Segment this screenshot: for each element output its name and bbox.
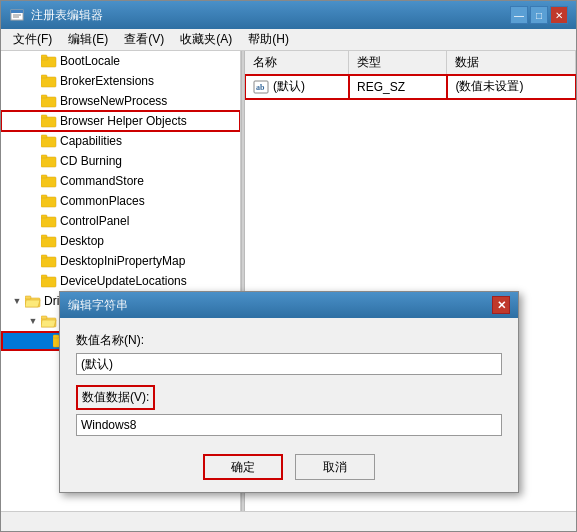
expand-icon [25, 213, 41, 229]
folder-icon [41, 274, 57, 288]
expand-icon [25, 193, 41, 209]
svg-rect-1 [11, 10, 23, 13]
svg-rect-10 [41, 95, 47, 98]
menu-favorites[interactable]: 收藏夹(A) [172, 29, 240, 50]
expand-icon [25, 253, 41, 269]
folder-icon [41, 194, 57, 208]
folder-icon [41, 74, 57, 88]
svg-rect-7 [41, 77, 56, 87]
value-data-input[interactable] [76, 414, 502, 436]
minimize-button[interactable]: — [510, 6, 528, 24]
dialog-title-bar: 编辑字符串 ✕ [60, 292, 518, 318]
svg-rect-9 [41, 97, 56, 107]
svg-rect-12 [41, 115, 47, 118]
tree-item-commonplaces[interactable]: CommonPlaces [1, 191, 240, 211]
table-row[interactable]: ab (默认) REG_SZ (数值未设置) [245, 75, 576, 99]
tree-label: BootLocale [60, 54, 120, 68]
dialog-buttons: 确定 取消 [76, 454, 502, 480]
tree-item-browserhelper[interactable]: Browser Helper Objects [1, 111, 240, 131]
dialog-body: 数值名称(N): 数值数据(V): 确定 取消 [60, 318, 518, 492]
col-data: 数据 [447, 51, 576, 75]
svg-rect-21 [41, 217, 56, 227]
reg-entry-icon: ab [253, 79, 269, 95]
svg-rect-14 [41, 135, 47, 138]
value-name-input[interactable] [76, 353, 502, 375]
folder-open-icon [25, 294, 41, 308]
svg-rect-6 [41, 55, 47, 58]
tree-item-desktopini[interactable]: DesktopIniPropertyMap [1, 251, 240, 271]
tree-item-desktop[interactable]: Desktop [1, 231, 240, 251]
folder-icon [41, 54, 57, 68]
status-bar [1, 511, 576, 531]
svg-text:ab: ab [256, 83, 265, 92]
col-type: 类型 [349, 51, 447, 75]
tree-label: DesktopIniPropertyMap [60, 254, 185, 268]
tree-label: CommandStore [60, 174, 144, 188]
tree-label: BrokerExtensions [60, 74, 154, 88]
tree-item-browsenew[interactable]: BrowseNewProcess [1, 91, 240, 111]
menu-view[interactable]: 查看(V) [116, 29, 172, 50]
svg-rect-22 [41, 215, 47, 218]
expand-c-icon[interactable]: ▼ [25, 313, 41, 329]
cancel-button[interactable]: 取消 [295, 454, 375, 480]
reg-data-cell: (数值未设置) [447, 75, 576, 99]
tree-label: Browser Helper Objects [60, 114, 187, 128]
expand-driveicons-icon[interactable]: ▼ [9, 293, 25, 309]
tree-label: Capabilities [60, 134, 122, 148]
tree-label: CD Burning [60, 154, 122, 168]
svg-rect-16 [41, 155, 47, 158]
folder-icon [41, 234, 57, 248]
title-bar-left: 注册表编辑器 [9, 7, 103, 24]
registry-icon [9, 7, 25, 23]
tree-item-brokerext[interactable]: BrokerExtensions [1, 71, 240, 91]
menu-bar: 文件(F) 编辑(E) 查看(V) 收藏夹(A) 帮助(H) [1, 29, 576, 51]
tree-item-commandstore[interactable]: CommandStore [1, 171, 240, 191]
svg-rect-13 [41, 137, 56, 147]
folder-open-icon [41, 314, 57, 328]
tree-item-controlpanel[interactable]: ControlPanel [1, 211, 240, 231]
dialog-close-button[interactable]: ✕ [492, 296, 510, 314]
confirm-button[interactable]: 确定 [203, 454, 283, 480]
expand-icon [25, 53, 41, 69]
window-close-button[interactable]: ✕ [550, 6, 568, 24]
expand-icon [25, 113, 41, 129]
dialog-title-text: 编辑字符串 [68, 297, 128, 314]
svg-rect-26 [41, 255, 47, 258]
edit-string-dialog: 编辑字符串 ✕ 数值名称(N): 数值数据(V): 确定 取消 [59, 291, 519, 493]
registry-table: 名称 类型 数据 ab (默认) [245, 51, 576, 99]
folder-icon [41, 94, 57, 108]
window-title: 注册表编辑器 [31, 7, 103, 24]
tree-item-bootlocale[interactable]: BootLocale [1, 51, 240, 71]
svg-rect-28 [41, 275, 47, 278]
folder-icon [41, 254, 57, 268]
expand-icon [25, 93, 41, 109]
tree-item-capabilities[interactable]: Capabilities [1, 131, 240, 151]
expand-icon [25, 73, 41, 89]
expand-icon [25, 133, 41, 149]
tree-item-cdburning[interactable]: CD Burning [1, 151, 240, 171]
menu-file[interactable]: 文件(F) [5, 29, 60, 50]
expand-icon [37, 333, 53, 349]
svg-rect-8 [41, 75, 47, 78]
value-data-label: 数值数据(V): [76, 385, 155, 410]
svg-rect-20 [41, 195, 47, 198]
maximize-button[interactable]: □ [530, 6, 548, 24]
expand-icon [25, 233, 41, 249]
menu-edit[interactable]: 编辑(E) [60, 29, 116, 50]
expand-icon [25, 273, 41, 289]
tree-item-deviceupdate[interactable]: DeviceUpdateLocations [1, 271, 240, 291]
title-bar: 注册表编辑器 — □ ✕ [1, 1, 576, 29]
menu-help[interactable]: 帮助(H) [240, 29, 297, 50]
folder-icon [41, 134, 57, 148]
svg-rect-24 [41, 235, 47, 238]
svg-marker-31 [25, 300, 40, 307]
reg-type-cell: REG_SZ [349, 75, 447, 99]
svg-marker-34 [41, 320, 56, 327]
reg-name-cell: ab (默认) [245, 75, 349, 99]
expand-icon [25, 153, 41, 169]
svg-rect-23 [41, 237, 56, 247]
tree-label: BrowseNewProcess [60, 94, 167, 108]
title-controls: — □ ✕ [510, 6, 568, 24]
svg-rect-33 [41, 316, 47, 319]
default-entry: ab (默认) [253, 78, 340, 95]
